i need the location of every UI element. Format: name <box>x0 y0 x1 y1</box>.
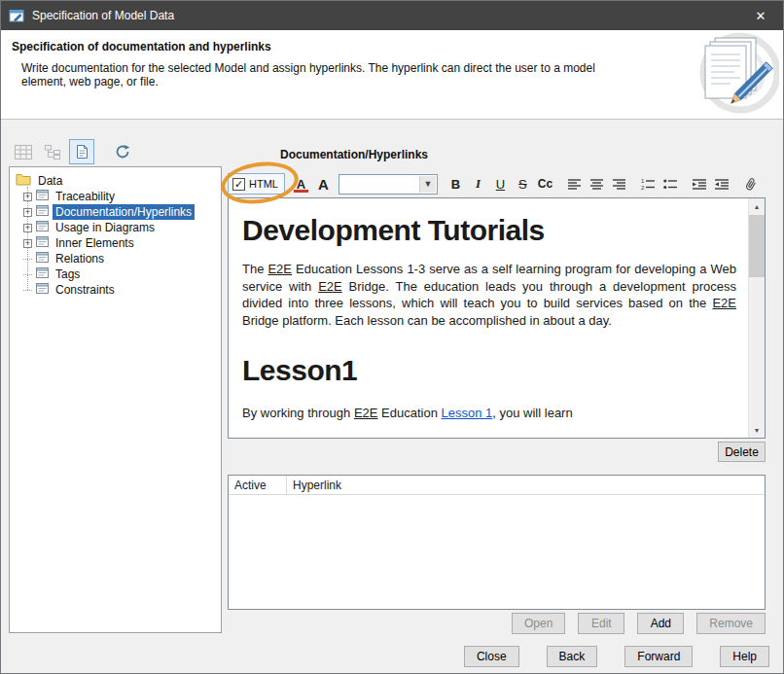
documentation-editor[interactable]: Development Tutorials The E2E Education … <box>228 197 766 439</box>
chevron-down-icon[interactable]: ▼ <box>419 176 436 193</box>
dialog-header: Specification of documentation and hyper… <box>1 30 783 120</box>
scrollbar-thumb[interactable] <box>749 215 765 277</box>
spec-node-icon <box>36 235 49 251</box>
formatting-toolbar: ✓ HTML A A ▼ B I U S Cc 12 <box>228 171 763 196</box>
editor-link[interactable]: Lesson 1 <box>442 406 493 420</box>
edit-button[interactable]: Edit <box>578 613 624 634</box>
tree-item-usage-in-diagrams[interactable]: + Usage in Diagrams <box>23 220 158 235</box>
header-title: Specification of documentation and hyper… <box>12 40 271 53</box>
strikethrough-button[interactable]: S <box>513 174 533 195</box>
increase-indent-icon[interactable] <box>712 174 732 195</box>
html-checkbox-label: HTML <box>249 178 278 190</box>
editor-cutoff-line: how to install the software and tools yo… <box>242 435 736 439</box>
tree-item-label: Traceability <box>53 189 118 204</box>
spec-node-icon <box>36 189 49 204</box>
spec-node-icon <box>36 204 49 220</box>
remove-button[interactable]: Remove <box>696 613 766 634</box>
editor-scrollbar[interactable]: ▲ ▼ <box>748 198 765 438</box>
svg-text:1: 1 <box>641 178 645 184</box>
expand-icon[interactable]: + <box>23 193 32 201</box>
scroll-up-icon[interactable]: ▲ <box>749 198 765 214</box>
tree-item-label: Inner Elements <box>53 235 137 251</box>
tree-item-relations[interactable]: Relations <box>23 251 107 266</box>
font-color-icon[interactable]: A <box>291 174 311 195</box>
grid-view-icon[interactable] <box>11 139 36 164</box>
html-toggle[interactable]: ✓ HTML <box>228 173 285 195</box>
folder-icon <box>16 173 31 189</box>
tree-stub-line <box>23 290 32 291</box>
align-left-icon[interactable] <box>564 174 585 195</box>
tree-item-constraints[interactable]: Constraints <box>23 282 118 298</box>
window-title: Specification of Model Data <box>32 9 174 22</box>
tree-item-tags[interactable]: Tags <box>23 266 83 282</box>
tree-item-label: Documentation/Hyperlinks <box>53 204 195 220</box>
tree-item-data[interactable]: Data <box>16 173 65 189</box>
tree-item-label: Tags <box>53 266 83 282</box>
tree-stub-line <box>23 259 32 260</box>
expand-icon[interactable]: + <box>23 208 32 217</box>
column-header-active: Active <box>229 476 287 494</box>
spec-node-icon <box>36 251 49 266</box>
editor-heading-1: Development Tutorials <box>242 214 736 247</box>
specification-dialog: Specification of Model Data ✕ Specificat… <box>0 0 784 674</box>
style-select[interactable]: ▼ <box>339 174 438 195</box>
align-right-icon[interactable] <box>609 174 629 195</box>
open-button[interactable]: Open <box>512 613 565 634</box>
page-title: Documentation/Hyperlinks <box>280 148 428 161</box>
numbered-list-icon[interactable]: 12 <box>638 174 659 195</box>
html-checkbox[interactable]: ✓ <box>232 178 245 191</box>
tree-item-label: Relations <box>53 251 107 266</box>
decrease-indent-icon[interactable] <box>690 174 710 195</box>
tree-item-traceability[interactable]: + Traceability <box>23 189 118 204</box>
scroll-down-icon[interactable]: ▼ <box>749 422 765 438</box>
forward-button[interactable]: Forward <box>624 646 693 667</box>
editor-heading-2: Lesson1 <box>242 354 736 387</box>
delete-button[interactable]: Delete <box>718 442 766 462</box>
document-pencil-icon <box>676 32 779 118</box>
app-icon <box>9 8 25 24</box>
expand-icon[interactable]: + <box>23 239 32 248</box>
bullet-list-icon[interactable] <box>660 174 681 195</box>
structure-view-icon[interactable] <box>40 139 65 164</box>
expand-icon[interactable]: + <box>23 224 32 232</box>
add-button[interactable]: Add <box>637 613 684 634</box>
spec-node-icon <box>36 266 49 282</box>
header-description: Write documentation for the selected Mod… <box>21 61 634 89</box>
hyperlink-table-header: Active Hyperlink <box>229 476 765 495</box>
tree-item-label: Constraints <box>53 282 118 298</box>
tree-toolbar <box>11 139 139 164</box>
hyperlink-actions: Open Edit Add Remove <box>228 613 766 634</box>
tree-item-label: Data <box>35 173 65 189</box>
tree-stub-line <box>23 274 32 275</box>
text-case-button[interactable]: Cc <box>535 174 555 195</box>
close-icon[interactable]: ✕ <box>738 1 783 30</box>
bold-button[interactable]: B <box>445 174 466 195</box>
spec-node-icon <box>36 282 49 298</box>
spec-tree[interactable]: Data + Traceability + Documentation/Hype… <box>9 166 222 633</box>
back-button[interactable]: Back <box>547 646 598 667</box>
help-button[interactable]: Help <box>720 646 769 667</box>
italic-button[interactable]: I <box>468 174 488 195</box>
title-bar: Specification of Model Data ✕ <box>1 1 783 30</box>
font-icon[interactable]: A <box>313 174 334 195</box>
tree-item-label: Usage in Diagrams <box>53 220 158 235</box>
column-header-hyperlink: Hyperlink <box>287 476 341 494</box>
documentation-view-icon[interactable] <box>69 139 94 164</box>
refresh-icon[interactable] <box>110 139 135 164</box>
tree-item-documentation-hyperlinks[interactable]: + Documentation/Hyperlinks <box>23 204 195 220</box>
hyperlink-paperclip-icon[interactable] <box>741 174 762 195</box>
tree-item-inner-elements[interactable]: + Inner Elements <box>23 235 137 251</box>
editor-content[interactable]: Development Tutorials The E2E Education … <box>229 198 748 438</box>
underline-button[interactable]: U <box>490 174 511 195</box>
close-button[interactable]: Close <box>464 646 519 667</box>
dialog-footer: Close Back Forward Help <box>1 646 769 667</box>
editor-paragraph-2: By working through E2E Education Lesson … <box>242 405 736 422</box>
spec-node-icon <box>36 220 49 235</box>
editor-paragraph-1: The E2E Education Lessons 1-3 serve as a… <box>242 261 736 329</box>
align-center-icon[interactable] <box>587 174 607 195</box>
hyperlink-table[interactable]: Active Hyperlink <box>228 475 766 610</box>
svg-text:2: 2 <box>641 185 645 191</box>
